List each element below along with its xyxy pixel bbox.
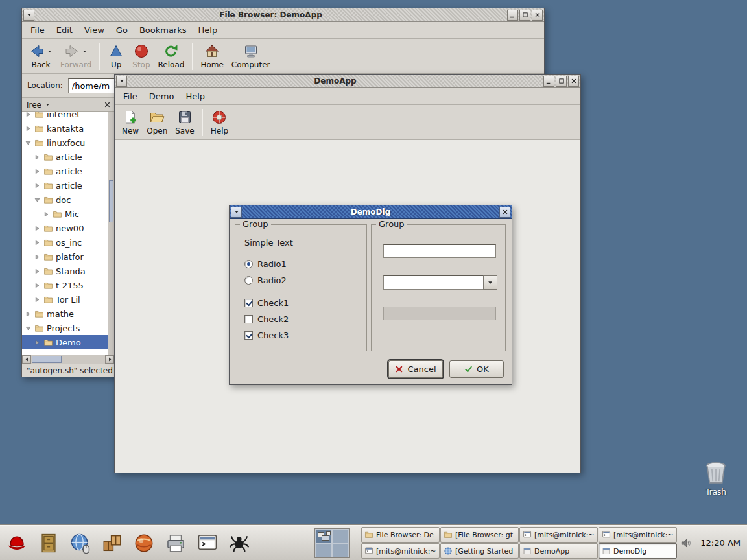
task-mits-mitnick[interactable]: [mits@mitnick:~ [599,527,677,542]
tree-item-mic[interactable]: Mic [22,207,108,221]
minimize-button[interactable] [543,76,554,87]
task-demodlg[interactable]: DemoDlg [599,543,677,559]
menu-bookmarks[interactable]: Bookmarks [134,23,192,38]
expander-open-icon[interactable] [34,196,41,204]
tree-item-projects[interactable]: Projects [22,321,108,335]
tree-item-linuxfocu[interactable]: linuxfocu [22,135,108,150]
computer-button[interactable]: Computer [228,41,274,71]
check-control[interactable] [244,299,253,307]
minimize-button[interactable] [507,10,518,21]
tree-horizontal-scrollbar[interactable] [22,355,114,364]
tree-item-standa[interactable]: Standa [22,264,108,278]
side-pane-header[interactable]: Tree [22,98,114,112]
spider-launcher[interactable] [226,529,252,557]
menu-file[interactable]: File [118,89,143,104]
text-entry[interactable] [383,244,496,258]
scrollbar-thumb[interactable] [32,356,62,363]
combo-entry[interactable] [383,275,483,290]
expander-closed-icon[interactable] [34,268,41,275]
maximize-button[interactable] [519,10,530,21]
task-file-browser-de[interactable]: File Browser: De [361,527,440,542]
combo-dropdown-button[interactable] [483,275,497,290]
expander-open-icon[interactable] [25,325,32,332]
home-button[interactable]: Home [197,41,226,71]
expander-closed-icon[interactable] [34,239,41,246]
tree-item-article[interactable]: article [22,150,108,164]
menu-go[interactable]: Go [111,23,133,38]
file-browser-titlebar[interactable]: File Browser: DemoApp [22,8,544,22]
file-cabinet-launcher[interactable] [36,529,62,557]
close-button[interactable] [532,10,543,21]
new-button[interactable]: New [119,108,142,137]
expander-closed-icon[interactable] [34,282,41,289]
tree-item-t-2155[interactable]: t-2155 [22,278,108,292]
tree-item-mathe[interactable]: mathe [22,307,108,321]
up-button[interactable]: Up [104,41,128,71]
task-demoapp[interactable]: DemoApp [519,543,598,559]
tree-item-kantakta[interactable]: kantakta [22,121,108,135]
task-mits-mitnick[interactable]: [mits@mitnick:~ [361,543,440,559]
menu-help[interactable]: Help [180,89,210,104]
volume-icon[interactable] [680,537,693,550]
workspace-2[interactable] [332,529,349,543]
expander-closed-icon[interactable] [25,112,32,118]
expander-open-icon[interactable] [25,139,32,146]
reload-button[interactable]: Reload [155,41,188,71]
window-menu-button[interactable] [23,10,34,21]
save-button[interactable]: Save [172,108,197,137]
tree-item-article[interactable]: article [22,164,108,178]
scroll-left-button[interactable] [22,355,31,364]
window-menu-button[interactable] [231,207,242,218]
scroll-right-button[interactable] [105,355,114,364]
tree-item-tor-lil[interactable]: Tor Lil [22,292,108,307]
open-button[interactable]: Open [143,108,171,137]
task-mits-mitnick[interactable]: [mits@mitnick:~ [519,527,598,542]
tree-item-internet[interactable]: internet [22,112,108,121]
back-button[interactable]: Back [26,41,56,71]
expander-closed-icon[interactable] [34,154,41,161]
radio-control[interactable] [244,276,253,285]
package-launcher[interactable] [99,529,125,557]
scrollbar-thumb[interactable] [109,180,113,222]
expander-closed-icon[interactable] [34,339,41,346]
workspace-1[interactable] [315,529,332,543]
window-menu-button[interactable] [116,76,127,87]
expander-closed-icon[interactable] [34,168,41,175]
tree-item-demo[interactable]: Demo [22,335,108,349]
expander-closed-icon[interactable] [34,225,41,232]
demoapp-titlebar[interactable]: DemoApp [115,75,580,88]
maximize-button[interactable] [556,76,567,87]
close-button[interactable] [568,76,579,87]
task-getting-started[interactable]: [Getting Started [440,543,519,559]
radio-radio2[interactable]: Radio2 [244,275,366,285]
chevron-down-icon[interactable] [47,49,53,54]
expander-closed-icon[interactable] [25,310,32,318]
tree-vertical-scrollbar[interactable] [108,112,114,355]
mozilla-launcher[interactable] [131,529,157,557]
tree-item-os-inc[interactable]: os_inc [22,235,108,250]
menu-edit[interactable]: Edit [51,23,78,38]
tree-item-platfor[interactable]: platfor [22,250,108,264]
menu-view[interactable]: View [79,23,110,38]
check-control[interactable] [244,331,253,340]
check-control[interactable] [244,315,253,323]
radio-control[interactable] [244,260,253,268]
demodlg-titlebar[interactable]: DemoDlg [230,205,512,219]
task-file-browser-gt[interactable]: [File Browser: gt [440,527,519,542]
menu-file[interactable]: File [25,23,50,38]
workspace-4[interactable] [332,543,349,557]
side-pane-close-button[interactable] [104,101,111,108]
expander-closed-icon[interactable] [34,182,41,189]
terminal-launcher[interactable] [195,529,220,557]
scrollbar-track[interactable] [31,355,105,364]
printer-launcher[interactable] [163,529,189,557]
menu-help[interactable]: Help [193,23,223,38]
expander-closed-icon[interactable] [25,125,32,132]
ok-button[interactable]: OK [449,360,504,378]
web-globe-launcher[interactable] [67,529,93,557]
workspace-switcher[interactable] [314,528,350,558]
redhat-menu-launcher[interactable] [4,529,30,557]
expander-closed-icon[interactable] [34,253,41,261]
close-button[interactable] [499,207,510,218]
help-button[interactable]: Help [208,108,231,137]
